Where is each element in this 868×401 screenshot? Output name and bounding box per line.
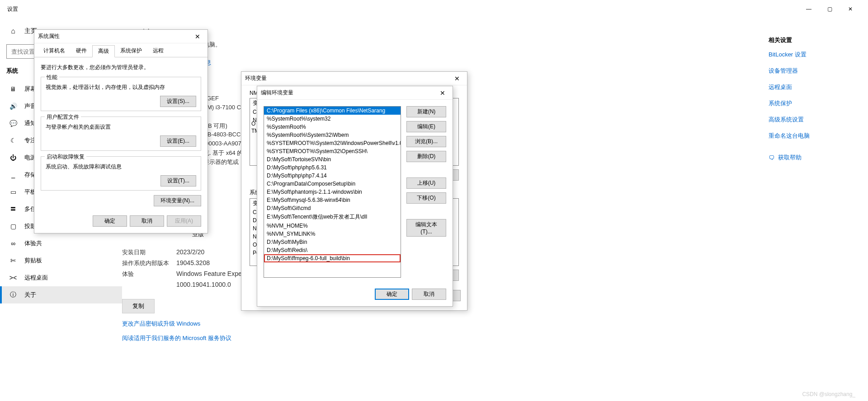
perf-settings-button[interactable]: 设置(S)... bbox=[160, 96, 196, 107]
tab-1[interactable]: 硬件 bbox=[71, 45, 92, 57]
copy-button[interactable]: 复制 bbox=[122, 299, 155, 313]
related-link-3[interactable]: 系统保护 bbox=[769, 99, 850, 107]
path-row[interactable]: C:\Program Files (x86)\Common Files\NetS… bbox=[264, 107, 401, 115]
page-title: 关于 bbox=[140, 27, 850, 44]
path-row[interactable]: E:\MySoft\phantomjs-2.1.1-windows\bin bbox=[264, 188, 401, 196]
related-link-4[interactable]: 高级系统设置 bbox=[769, 116, 850, 124]
watermark: CSDN @slongzhang_ bbox=[802, 391, 855, 397]
profile-section: 用户配置文件 与登录帐户相关的桌面设置 设置(E)... bbox=[41, 117, 201, 151]
path-row[interactable]: E:\MySoft\mysql-5.6.38-winx64\bin bbox=[264, 196, 401, 204]
sysprops-close-icon[interactable]: ✕ bbox=[191, 33, 204, 40]
env-titlebar: 环境变量 ✕ bbox=[241, 72, 467, 85]
system-properties-dialog: 系统属性 ✕ 计算机名硬件高级系统保护远程 要进行大多数更改，您必须作为管理员登… bbox=[34, 29, 208, 233]
tab-2[interactable]: 高级 bbox=[92, 45, 115, 57]
help-label: 获取帮助 bbox=[778, 154, 802, 162]
window-controls: — ▢ ✕ bbox=[798, 6, 861, 12]
home-icon: ⌂ bbox=[9, 27, 17, 35]
sp-apply-button[interactable]: 应用(A) bbox=[167, 215, 201, 227]
ep-ok-button[interactable]: 确定 bbox=[375, 289, 409, 300]
link-productkey[interactable]: 更改产品密钥或升级 Windows bbox=[122, 320, 255, 328]
nav-icon: ✄ bbox=[9, 257, 17, 264]
editpath-close-icon[interactable]: ✕ bbox=[436, 89, 449, 97]
nav-icon: ▭ bbox=[9, 188, 17, 196]
sidebar-item-9[interactable]: ∞体验共 bbox=[0, 235, 122, 252]
sysprops-tabs: 计算机名硬件高级系统保护远程 bbox=[34, 43, 208, 57]
ep-down-button[interactable]: 下移(O) bbox=[406, 192, 446, 204]
path-list[interactable]: C:\Program Files (x86)\Common Files\NetS… bbox=[264, 106, 401, 278]
nav-label: 剪贴板 bbox=[24, 256, 42, 265]
edit-path-dialog: 编辑环境变量 ✕ C:\Program Files (x86)\Common F… bbox=[257, 86, 453, 307]
env-vars-button[interactable]: 环境变量(N)... bbox=[154, 195, 201, 206]
profile-settings-button[interactable]: 设置(E)... bbox=[160, 135, 196, 147]
related-link-0[interactable]: BitLocker 设置 bbox=[769, 51, 850, 59]
tab-3[interactable]: 系统保护 bbox=[115, 45, 147, 57]
link-ms-terms[interactable]: 阅读适用于我们服务的 Microsoft 服务协议 bbox=[122, 334, 255, 342]
path-row[interactable]: D:\MySoft\TortoiseSVN\bin bbox=[264, 155, 401, 163]
path-row[interactable]: E:\MySoft\Tencent\微信web开发者工具\dll bbox=[264, 212, 401, 222]
path-row[interactable]: %SystemRoot%\system32 bbox=[264, 115, 401, 123]
related-link-5[interactable]: 重命名这台电脑 bbox=[769, 132, 850, 140]
ep-cancel-button[interactable]: 取消 bbox=[412, 289, 446, 300]
sidebar-item-11[interactable]: ><远程桌面 bbox=[0, 269, 122, 286]
df6: 充. 基于 x64 的 bbox=[203, 149, 243, 157]
path-row[interactable]: D:\MySoft\php\php5.6.31 bbox=[264, 163, 401, 172]
path-row[interactable]: C:\ProgramData\ComposerSetup\bin bbox=[264, 180, 401, 188]
path-row[interactable]: %SYSTEMROOT%\System32\WindowsPowerShell\… bbox=[264, 139, 401, 147]
perf-desc: 视觉效果，处理器计划，内存使用，以及虚拟内存 bbox=[46, 84, 196, 91]
install-val: 2023/2/20 bbox=[176, 248, 204, 256]
path-row[interactable]: %SYSTEMROOT%\System32\OpenSSH\ bbox=[264, 147, 401, 155]
sidebar-item-12[interactable]: ⓘ关于 bbox=[0, 286, 122, 303]
path-row[interactable]: D:\MySoft\php\php7.4.14 bbox=[264, 172, 401, 180]
path-row[interactable]: D:\MySoft\ffmpeg-6.0-full_build\bin bbox=[264, 254, 401, 262]
env-close-icon[interactable]: ✕ bbox=[451, 75, 463, 82]
ep-up-button[interactable]: 上移(U) bbox=[406, 177, 446, 189]
path-row[interactable]: D:\MySoft\Git\cmd bbox=[264, 204, 401, 212]
path-row[interactable]: %NVM_HOME% bbox=[264, 222, 401, 230]
exp-label: 体验 bbox=[122, 270, 176, 278]
sidebar-item-10[interactable]: ✄剪贴板 bbox=[0, 252, 122, 269]
related-link-2[interactable]: 远程桌面 bbox=[769, 83, 850, 91]
ep-edittext-button[interactable]: 编辑文本(T)... bbox=[406, 219, 446, 237]
startup-section: 启动和故障恢复 系统启动、系统故障和调试信息 设置(T)... bbox=[41, 156, 201, 191]
build-val: 19045.3208 bbox=[176, 259, 210, 266]
tab-4[interactable]: 远程 bbox=[147, 45, 169, 57]
perf-legend: 性能 bbox=[45, 74, 59, 81]
related-settings: 相关设置 BitLocker 设置设备管理器远程桌面系统保护高级系统设置重命名这… bbox=[769, 36, 850, 162]
startup-legend: 启动和故障恢复 bbox=[45, 153, 86, 161]
sp-ok-button[interactable]: 确定 bbox=[93, 215, 127, 227]
path-row[interactable]: %SystemRoot%\System32\Wbem bbox=[264, 131, 401, 139]
startup-desc: 系统启动、系统故障和调试信息 bbox=[46, 163, 196, 171]
path-row[interactable]: %SystemRoot% bbox=[264, 123, 401, 131]
nav-icon: ⓘ bbox=[9, 291, 17, 299]
exp-val2: 1000.19041.1000.0 bbox=[176, 281, 231, 288]
nav-icon: 💬 bbox=[9, 120, 17, 127]
nav-icon: ▢ bbox=[9, 223, 17, 230]
path-row[interactable]: %NVM_SYMLINK% bbox=[264, 230, 401, 238]
editpath-titlebar: 编辑环境变量 ✕ bbox=[257, 86, 453, 100]
nav-icon: 〓 bbox=[9, 205, 17, 213]
ep-new-button[interactable]: 新建(N) bbox=[406, 106, 446, 117]
nav-icon: 🖥 bbox=[9, 85, 17, 93]
nav-icon: ⎯ bbox=[9, 171, 17, 178]
minimize-icon[interactable]: — bbox=[798, 6, 819, 12]
ep-browse-button[interactable]: 浏览(B)... bbox=[406, 136, 446, 147]
settings-title: 设置 bbox=[7, 5, 18, 13]
path-row[interactable]: D:\MySoft\MyBin bbox=[264, 238, 401, 246]
related-link-1[interactable]: 设备管理器 bbox=[769, 67, 850, 75]
profile-legend: 用户配置文件 bbox=[45, 113, 81, 121]
sp-cancel-button[interactable]: 取消 bbox=[130, 215, 164, 227]
get-help-link[interactable]: 🗨 获取帮助 bbox=[769, 154, 850, 162]
ep-edit-button[interactable]: 编辑(E) bbox=[406, 121, 446, 132]
related-heading: 相关设置 bbox=[769, 36, 850, 44]
startup-settings-button[interactable]: 设置(T)... bbox=[160, 175, 196, 187]
tab-0[interactable]: 计算机名 bbox=[38, 45, 71, 57]
df5: -00003-AA907 bbox=[203, 140, 241, 147]
ep-del-button[interactable]: 删除(D) bbox=[406, 151, 446, 162]
path-row[interactable]: D:\MySoft\Redis\ bbox=[264, 246, 401, 254]
close-icon[interactable]: ✕ bbox=[840, 6, 861, 12]
maximize-icon[interactable]: ▢ bbox=[819, 6, 840, 12]
nav-label: 体验共 bbox=[24, 239, 42, 247]
df2: TM) i3-7100 CP bbox=[203, 104, 245, 111]
sysprops-note: 要进行大多数更改，您必须作为管理员登录。 bbox=[41, 64, 201, 71]
nav-icon: 🔊 bbox=[9, 103, 17, 110]
